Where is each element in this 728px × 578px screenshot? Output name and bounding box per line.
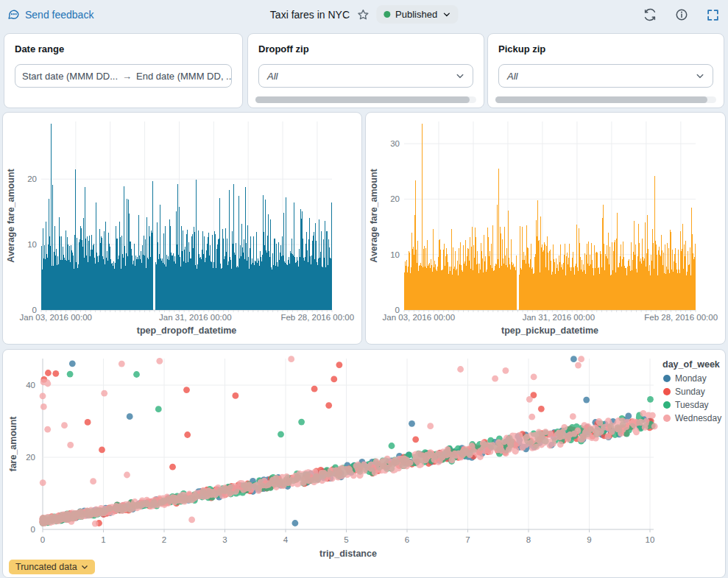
- dropoff-chart-card: 01020Jan 03, 2016 00:00Jan 31, 2016 00:0…: [2, 112, 362, 345]
- svg-text:9: 9: [587, 535, 591, 544]
- scrollbar-thumb[interactable]: [495, 96, 707, 103]
- plot-area[interactable]: [43, 359, 654, 529]
- truncated-data-label: Truncated data: [15, 562, 77, 572]
- chevron-down-icon: [696, 71, 704, 80]
- svg-text:fare_amount: fare_amount: [8, 416, 18, 472]
- svg-text:0: 0: [40, 535, 45, 544]
- scatter-chart-card: 01234567891002040trip_distancefare_amoun…: [2, 349, 726, 578]
- svg-text:20: 20: [26, 453, 35, 462]
- svg-text:7: 7: [465, 535, 470, 544]
- avg-fare-by-dropoff-chart[interactable]: 01020Jan 03, 2016 00:00Jan 31, 2016 00:0…: [3, 113, 361, 344]
- svg-text:tpep_dropoff_datetime: tpep_dropoff_datetime: [137, 325, 236, 336]
- title-group: Taxi fares in NYC Published: [270, 5, 458, 24]
- plot-area[interactable]: [404, 121, 696, 310]
- svg-text:1: 1: [101, 535, 105, 544]
- plot-area[interactable]: [41, 121, 332, 310]
- fullscreen-icon[interactable]: [707, 9, 719, 21]
- svg-text:Monday: Monday: [675, 373, 707, 384]
- info-icon[interactable]: [675, 8, 688, 21]
- svg-text:Sunday: Sunday: [675, 387, 705, 397]
- pickup-zip-filter-card: Pickup zip All: [487, 33, 724, 108]
- send-feedback-link[interactable]: Send feedback: [7, 8, 93, 21]
- pickup-zip-label: Pickup zip: [498, 43, 713, 54]
- svg-text:40: 40: [26, 381, 35, 390]
- published-dot-icon: [384, 11, 390, 18]
- chevron-down-icon: [442, 10, 450, 18]
- svg-text:5: 5: [344, 535, 348, 544]
- svg-text:Jan 31, 2016 00:00: Jan 31, 2016 00:00: [523, 313, 595, 322]
- legend-item-sunday[interactable]: Sunday: [663, 387, 705, 397]
- end-date-placeholder: End date (MMM DD, ...: [136, 71, 232, 82]
- svg-text:10: 10: [646, 535, 655, 544]
- svg-text:Tuesday: Tuesday: [675, 400, 709, 410]
- svg-text:Feb 28, 2016 00:00: Feb 28, 2016 00:00: [280, 313, 354, 322]
- legend-item-tuesday[interactable]: Tuesday: [663, 400, 709, 410]
- chat-bubble-icon: [7, 8, 20, 21]
- dashboard-header: Send feedback Taxi fares in NYC Publishe…: [0, 0, 728, 31]
- svg-text:20: 20: [27, 175, 37, 183]
- svg-text:trip_distance: trip_distance: [319, 549, 377, 559]
- legend-title: day_of_week: [662, 359, 720, 370]
- pickup-zip-select[interactable]: All: [498, 64, 713, 88]
- svg-text:6: 6: [405, 535, 409, 544]
- fare-vs-distance-scatter-chart[interactable]: 01234567891002040trip_distancefare_amoun…: [3, 350, 725, 577]
- page-title: Taxi fares in NYC: [270, 9, 350, 21]
- svg-text:20: 20: [390, 194, 400, 203]
- svg-text:0: 0: [31, 525, 35, 534]
- truncated-data-badge[interactable]: Truncated data: [9, 560, 95, 574]
- topbar-actions: [643, 8, 719, 21]
- horizontal-scrollbar[interactable]: [255, 96, 476, 103]
- svg-text:3: 3: [222, 535, 227, 544]
- svg-text:2: 2: [162, 535, 166, 544]
- publish-status-label: Published: [395, 9, 437, 20]
- dropoff-zip-filter-card: Dropoff zip All: [247, 33, 484, 108]
- svg-text:Feb 28, 2016 00:00: Feb 28, 2016 00:00: [644, 313, 718, 322]
- svg-text:Average fare_amount: Average fare_amount: [369, 168, 379, 262]
- legend-item-monday[interactable]: Monday: [663, 373, 707, 384]
- svg-text:Jan 03, 2016 00:00: Jan 03, 2016 00:00: [20, 313, 92, 322]
- legend-item-wednesday[interactable]: Wednesday: [663, 413, 721, 423]
- svg-text:Wednesday: Wednesday: [675, 413, 721, 423]
- avg-fare-by-pickup-chart[interactable]: 0102030Jan 03, 2016 00:00Jan 31, 2016 00…: [366, 113, 725, 344]
- send-feedback-label: Send feedback: [25, 9, 93, 21]
- date-range-label: Date range: [15, 43, 232, 54]
- svg-text:Jan 31, 2016 00:00: Jan 31, 2016 00:00: [159, 313, 231, 322]
- dropoff-zip-label: Dropoff zip: [258, 43, 473, 54]
- svg-text:Jan 03, 2016 00:00: Jan 03, 2016 00:00: [383, 313, 455, 322]
- svg-text:Average fare_amount: Average fare_amount: [6, 168, 16, 262]
- favorite-star-icon[interactable]: [356, 8, 370, 21]
- start-date-placeholder: Start date (MMM DD...: [22, 71, 118, 82]
- publish-status-dropdown[interactable]: Published: [376, 5, 458, 24]
- refresh-icon[interactable]: [643, 8, 657, 21]
- chevron-down-icon: [456, 71, 464, 80]
- date-range-input[interactable]: Start date (MMM DD... → End date (MMM DD…: [15, 64, 232, 88]
- date-range-filter-card: Date range Start date (MMM DD... → End d…: [4, 33, 243, 108]
- svg-text:10: 10: [27, 240, 37, 249]
- svg-text:8: 8: [526, 535, 531, 544]
- chevron-down-icon: [81, 563, 88, 571]
- svg-text:4: 4: [283, 535, 289, 544]
- scrollbar-thumb[interactable]: [255, 96, 470, 103]
- pickup-zip-value: All: [507, 71, 517, 82]
- horizontal-scrollbar[interactable]: [495, 96, 716, 103]
- pickup-chart-card: 0102030Jan 03, 2016 00:00Jan 31, 2016 00…: [365, 112, 726, 345]
- dropoff-zip-value: All: [267, 71, 278, 82]
- svg-text:10: 10: [390, 250, 400, 259]
- dropoff-zip-select[interactable]: All: [258, 64, 473, 88]
- svg-text:tpep_pickup_datetime: tpep_pickup_datetime: [501, 325, 598, 336]
- arrow-right-icon: →: [122, 71, 132, 82]
- svg-text:30: 30: [390, 139, 400, 148]
